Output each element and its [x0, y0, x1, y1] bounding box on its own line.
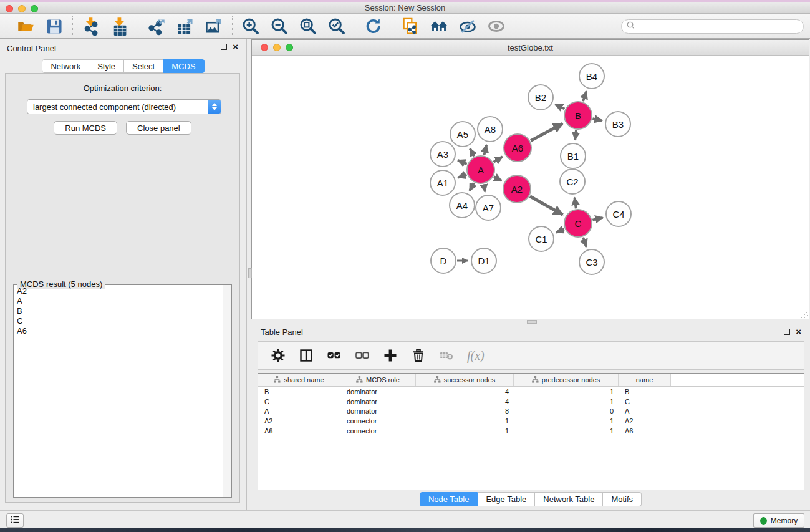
table-cell[interactable]: 1	[416, 427, 514, 435]
table-cell[interactable]: A	[619, 407, 671, 415]
graph-node-B1[interactable]: B1	[560, 143, 586, 169]
column-header-MCDS-role[interactable]: MCDS role	[340, 374, 416, 386]
hide-details-icon[interactable]	[458, 16, 478, 36]
zoom-fit-icon[interactable]	[298, 16, 318, 36]
tab-motifs[interactable]: Motifs	[603, 492, 642, 506]
network-canvas[interactable]: AA2A6BCA1A3A4A5A7A8B1B2B3B4C1C2C3C4DD1	[252, 56, 809, 319]
table-cell[interactable]: 4	[416, 388, 514, 395]
zoom-selected-icon[interactable]	[327, 16, 347, 36]
gear-icon[interactable]	[271, 348, 286, 363]
graph-node-A7[interactable]: A7	[475, 195, 501, 221]
mcds-result-item[interactable]: C	[14, 316, 222, 326]
table-row[interactable]: Adominator80A	[258, 407, 804, 417]
graph-edge-B-B3[interactable]	[592, 118, 602, 120]
graph-node-C2[interactable]: C2	[559, 168, 586, 195]
graph-edge-C-C3[interactable]	[583, 238, 586, 247]
split-divider-handle-horizontal[interactable]	[527, 320, 537, 324]
table-cell[interactable]: C	[619, 398, 671, 405]
graph-edge-C-C4[interactable]	[592, 218, 602, 220]
table-cell[interactable]: connector	[340, 417, 416, 425]
table-row[interactable]: Bdominator41B	[258, 387, 804, 397]
graph-node-D1[interactable]: D1	[471, 248, 497, 274]
table-row[interactable]: A2connector11A2	[258, 416, 804, 426]
task-history-button[interactable]	[6, 513, 24, 528]
graph-edge-A6-B[interactable]	[531, 123, 562, 140]
graph-node-A1[interactable]: A1	[430, 170, 456, 196]
graph-edge-B-B2[interactable]	[555, 104, 564, 109]
graph-node-A6[interactable]: A6	[503, 133, 532, 162]
table-float-panel-icon[interactable]	[784, 329, 790, 335]
graph-node-B4[interactable]: B4	[579, 63, 605, 89]
graph-node-C[interactable]: C	[564, 209, 592, 238]
close-panel-icon[interactable]: ×	[233, 44, 238, 50]
column-header-shared-name[interactable]: shared name	[258, 374, 340, 386]
mcds-result-item[interactable]: A2	[14, 286, 222, 296]
column-header-predecessor-nodes[interactable]: predecessor nodes	[514, 374, 619, 386]
graph-node-A4[interactable]: A4	[449, 192, 475, 218]
graph-node-B[interactable]: B	[564, 101, 592, 130]
network-window-titlebar[interactable]: testGlobe.txt	[252, 40, 809, 56]
tab-style[interactable]: Style	[89, 59, 124, 73]
optimization-criterion-select[interactable]: largest connected component (directed)	[27, 99, 221, 114]
mcds-result-item[interactable]: A6	[14, 326, 222, 336]
refresh-icon[interactable]	[364, 16, 383, 36]
graph-edge-A-A3[interactable]	[458, 160, 467, 164]
search-field[interactable]	[621, 19, 804, 34]
graph-edge-B-B4[interactable]	[583, 92, 587, 102]
trash-icon[interactable]	[411, 348, 426, 363]
table-cell[interactable]: 4	[416, 398, 514, 405]
graph-node-A3[interactable]: A3	[430, 141, 456, 167]
table-cell[interactable]: A6	[258, 427, 340, 435]
run-mcds-button[interactable]: Run MCDS	[54, 121, 117, 135]
table-cell[interactable]: A	[258, 407, 340, 415]
graph-edge-A-A1[interactable]	[458, 175, 467, 178]
table-cell[interactable]: dominator	[340, 398, 416, 405]
tab-mcds[interactable]: MCDS	[163, 59, 204, 73]
graph-edge-A-A8[interactable]	[484, 145, 486, 155]
graph-node-B3[interactable]: B3	[605, 111, 631, 137]
column-header-name[interactable]: name	[619, 374, 671, 386]
window-resize-grip[interactable]	[801, 311, 808, 318]
show-details-icon[interactable]	[486, 16, 506, 36]
column-header-successor-nodes[interactable]: successor nodes	[416, 374, 514, 386]
table-cell[interactable]: A2	[258, 417, 340, 425]
result-scrollbar[interactable]	[223, 285, 231, 497]
graph-edge-A-A5[interactable]	[470, 148, 474, 156]
close-panel-button[interactable]: Close panel	[126, 121, 191, 135]
table-cell[interactable]: 1	[416, 417, 514, 425]
deselect-all-icon[interactable]	[355, 348, 370, 363]
table-cell[interactable]: 0	[514, 407, 619, 415]
import-table-icon[interactable]	[110, 16, 130, 36]
table-cell[interactable]: 1	[514, 398, 619, 405]
export-table-icon[interactable]	[175, 16, 195, 36]
mcds-result-list[interactable]: A2ABCA6	[14, 286, 222, 496]
zoom-out-icon[interactable]	[269, 16, 289, 36]
graph-node-A5[interactable]: A5	[450, 121, 476, 147]
tab-network-table[interactable]: Network Table	[535, 492, 603, 506]
table-cell[interactable]: 1	[514, 388, 619, 395]
copy-style-icon[interactable]	[400, 16, 420, 36]
graph-edge-A-A4[interactable]	[470, 183, 474, 191]
graph-edge-C-C2[interactable]	[574, 198, 576, 208]
home-icon[interactable]	[429, 16, 449, 36]
columns-icon[interactable]	[299, 348, 314, 363]
graph-edge-A2-C[interactable]	[530, 196, 563, 215]
search-input[interactable]	[635, 20, 803, 33]
graph-node-C3[interactable]: C3	[579, 249, 605, 275]
memory-button[interactable]: Memory	[753, 513, 804, 528]
graph-node-C4[interactable]: C4	[605, 201, 632, 227]
tab-select[interactable]: Select	[124, 59, 163, 73]
mcds-result-item[interactable]: B	[14, 306, 222, 316]
table-cell[interactable]: dominator	[340, 407, 416, 415]
graph-node-C1[interactable]: C1	[528, 226, 554, 252]
import-network-icon[interactable]	[81, 16, 101, 36]
table-cell[interactable]: A6	[619, 427, 671, 435]
table-close-panel-icon[interactable]: ×	[796, 329, 801, 335]
tab-edge-table[interactable]: Edge Table	[478, 492, 535, 506]
select-all-icon[interactable]	[327, 348, 342, 363]
graph-node-A2[interactable]: A2	[503, 175, 531, 203]
graph-edge-A-A7[interactable]	[484, 185, 485, 192]
graph-edge-A-A6[interactable]	[494, 157, 503, 162]
export-image-icon[interactable]	[204, 16, 224, 36]
split-divider-handle-vertical[interactable]	[248, 268, 252, 278]
